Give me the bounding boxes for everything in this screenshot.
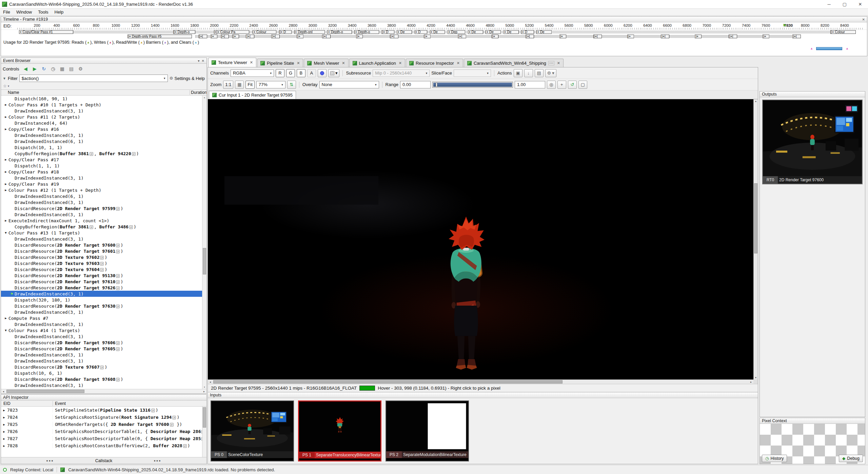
event-row[interactable]: ▶Copy/Clear Pass #16 xyxy=(1,126,206,132)
panel-menu-icon[interactable]: ▾ xyxy=(198,59,200,63)
menu-item-file[interactable]: File xyxy=(0,9,13,15)
timeline-pass-block[interactable]: |+| xyxy=(322,35,331,38)
current-texture-tab[interactable]: Cur Input 1 - 2D Render Target 97595 xyxy=(209,91,296,99)
timeline-pass-block[interactable]: +|+ Colour Pa xyxy=(214,30,250,34)
timeline-pass-block[interactable]: |+ xyxy=(627,35,634,38)
timeline-pass-block[interactable]: |+ xyxy=(356,35,363,38)
input-thumbnail-ps2[interactable]: PS 2SeparateModulationBilinearTexture xyxy=(386,400,469,461)
event-row[interactable]: DrawIndexedInstanced(3, 1) xyxy=(1,108,206,114)
event-row[interactable]: DiscardResource(2D Texture 97607↗) xyxy=(1,364,206,370)
timeline-pass-block[interactable]: |+| xyxy=(221,35,229,38)
zoom-range-button[interactable]: ◎ xyxy=(547,81,556,89)
event-row[interactable]: ▶Copy/Clear Pass #17 xyxy=(1,157,206,163)
chevron-down-icon[interactable]: ▾ xyxy=(8,84,9,88)
scrollbar-thumb[interactable] xyxy=(203,248,206,274)
scroll-right-icon[interactable]: ▸ xyxy=(202,389,206,393)
green-channel-button[interactable]: G xyxy=(286,69,295,77)
bookmark-star-icon[interactable]: ☆ xyxy=(3,84,7,88)
resource-link-icon[interactable]: ↗ xyxy=(132,152,136,156)
texture-viewport[interactable]: ▴ ▾ ◂ ▸ xyxy=(208,99,758,384)
api-vscrollbar[interactable] xyxy=(202,407,206,457)
event-row[interactable]: DiscardResource(3D Texture 97602↗) xyxy=(1,254,206,260)
api-call-row[interactable]: ▶7824SetGraphicsRootSignature(Root Signa… xyxy=(1,414,206,421)
resource-link-icon[interactable]: ↗ xyxy=(170,423,174,427)
expander-icon[interactable]: ▼ xyxy=(3,329,8,332)
output-thumbnail-rt0[interactable]: RT02D Render Target 97600 xyxy=(762,100,863,184)
timeline-content[interactable]: EID: 20040060080010001200140016001800200… xyxy=(1,22,867,56)
blue-channel-button[interactable]: B xyxy=(297,69,305,77)
scrollbar-thumb[interactable] xyxy=(6,390,84,393)
event-row[interactable]: DiscardResource(2D Render Target 97626↗) xyxy=(1,285,206,291)
event-row[interactable]: CopyBufferRegion(Buffer 3861↗, Buffer 94… xyxy=(1,150,206,157)
timeline-pass-block[interactable]: |+ xyxy=(695,35,702,38)
scrollbar-thumb[interactable] xyxy=(203,407,206,428)
event-row[interactable]: DrawIndexedInstanced(3, 1) xyxy=(1,321,206,327)
event-row[interactable]: ⚑DrawIndexedInstanced(3, 1) xyxy=(1,291,206,297)
expander-icon[interactable]: ▶ xyxy=(3,158,8,161)
event-row[interactable]: ▶Colour Pass #11 (2 Targets) xyxy=(1,114,206,120)
event-row[interactable]: DrawIndexedInstanced(3, 1) xyxy=(1,352,206,358)
event-row[interactable]: Dispatch(160, 90, 1) xyxy=(1,96,206,102)
export-icon[interactable]: ▤ xyxy=(67,65,75,73)
alpha-channel-button[interactable]: A xyxy=(307,69,316,77)
history-button[interactable]: ◷ History xyxy=(762,455,787,462)
fit-button[interactable]: Fit xyxy=(245,81,254,89)
timer-icon[interactable]: ◷ xyxy=(49,65,57,73)
tab-close-icon[interactable]: ✕ xyxy=(297,61,300,65)
expander-icon[interactable]: ▶ xyxy=(3,115,8,119)
api-call-row[interactable]: ▶7827SetGraphicsRootDescriptorTable(0, {… xyxy=(1,435,206,442)
resource-link-icon[interactable]: ↗ xyxy=(183,444,187,448)
timeline-pass-block[interactable]: + Dep xyxy=(448,30,465,34)
event-row[interactable]: DiscardResource(2D Render Target 97599↗) xyxy=(1,205,206,211)
resource-link-icon[interactable]: ↗ xyxy=(116,274,120,278)
expander-icon[interactable]: ▶ xyxy=(1,409,7,412)
viewport-hscrollbar[interactable]: ◂ ▸ xyxy=(208,379,753,384)
filter-input[interactable]: $action() ▾ xyxy=(19,75,168,82)
scroll-down-icon[interactable]: ▾ xyxy=(754,376,758,379)
scrollbar-thumb[interactable] xyxy=(754,183,757,253)
event-tree-vscrollbar[interactable]: ▴ ▾ xyxy=(202,96,206,389)
timeline-pass-block[interactable]: |+| xyxy=(526,35,534,38)
timeline-pass-block[interactable]: |+| xyxy=(271,35,280,38)
event-row[interactable]: DrawIndexedInstanced(3, 1) xyxy=(1,211,206,218)
timeline-pass-block[interactable]: + Copy/Clear Pass #1 xyxy=(19,30,73,34)
input-thumbnail-ps1[interactable]: PS 1SeparateTranslucencyBilinearTexture xyxy=(298,400,381,461)
resource-link-icon[interactable]: ↗ xyxy=(116,244,120,247)
timeline-pass-block[interactable]: |+| xyxy=(246,35,254,38)
expander-icon[interactable]: ▼ xyxy=(3,231,8,234)
resource-link-icon[interactable]: ↗ xyxy=(116,378,120,382)
timeline-pass-block[interactable]: |+ xyxy=(763,35,769,38)
timeline-pass-block[interactable]: |+ D xyxy=(279,30,292,34)
event-row[interactable]: Dispatch(320, 180, 1) xyxy=(1,297,206,303)
expander-icon[interactable]: ▶ xyxy=(1,444,7,448)
tab-mesh-viewer[interactable]: Mesh Viewer✕ xyxy=(304,59,348,67)
event-row[interactable]: DrawIndexedInstanced(3, 1) xyxy=(1,132,206,138)
menu-item-window[interactable]: Window xyxy=(13,9,35,15)
event-row[interactable]: ▶Compute Pass #7 xyxy=(1,315,206,321)
scroll-up-icon[interactable]: ▴ xyxy=(202,96,206,99)
event-row[interactable]: DiscardResource(2D Render Target 97608↗) xyxy=(1,376,206,382)
event-row[interactable]: Dispatch(10, 6, 1) xyxy=(1,370,206,376)
expander-icon[interactable]: ▶ xyxy=(3,219,8,222)
autofit-range-button[interactable]: + xyxy=(557,81,566,89)
eid-ruler-area[interactable]: 2004006008001000120014001600180020002200… xyxy=(17,22,864,30)
event-row[interactable]: DrawIndexedInstanced(6, 1) xyxy=(1,193,206,199)
timeline-pass-block[interactable]: |+| xyxy=(458,35,466,38)
reset-range-button[interactable]: ↺ xyxy=(568,81,577,89)
tab-overflow-icon[interactable]: ⋯ xyxy=(548,61,554,65)
event-row[interactable]: CopyBufferRegion(Buffer 3861↗, Buffer 34… xyxy=(1,224,206,230)
actions-gear-button[interactable]: ⚙▾ xyxy=(545,69,556,77)
timeline-pass-block[interactable]: |+ xyxy=(211,35,217,38)
timeline-pass-block[interactable]: + Colour xyxy=(253,30,276,34)
resource-link-icon[interactable]: ↗ xyxy=(100,256,104,260)
tab-close-icon[interactable]: ✕ xyxy=(457,61,460,65)
close-button[interactable]: ✕ xyxy=(852,0,868,8)
menu-item-help[interactable]: Help xyxy=(52,9,67,15)
resource-link-icon[interactable]: ↗ xyxy=(90,225,93,229)
tab-resource-inspector[interactable]: Resource Inspector✕ xyxy=(406,59,463,67)
tab-close-icon[interactable]: ✕ xyxy=(399,61,402,65)
scroll-up-icon[interactable]: ▴ xyxy=(754,100,758,103)
resource-link-icon[interactable]: ↗ xyxy=(116,341,120,345)
step-forward-icon[interactable]: ▶ xyxy=(31,65,39,73)
background-checker-button[interactable]: ▾ xyxy=(328,69,340,77)
